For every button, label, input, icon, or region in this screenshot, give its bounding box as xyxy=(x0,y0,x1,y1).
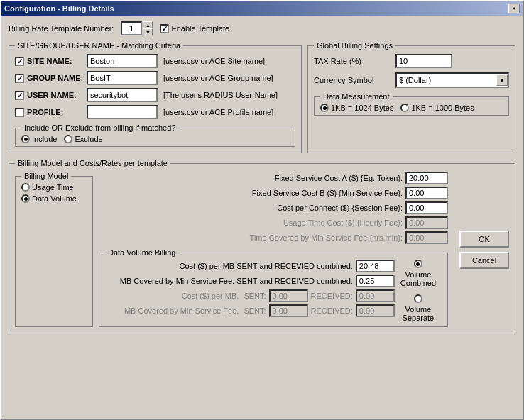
profile-checkbox[interactable] xyxy=(15,108,24,117)
currency-select[interactable]: $ (Dollar) € (Euro) £ (Pound) xyxy=(395,72,509,88)
cost-rates: Fixed Service Cost A ($) {Eg. Token}: 20… xyxy=(99,172,448,327)
volume-separate-radio-item[interactable]: Volume Separate xyxy=(403,294,435,322)
billing-model-fieldset: Billing Model and Costs/Rates per templa… xyxy=(9,159,515,333)
data-volume-billing-legend: Data Volume Billing xyxy=(105,248,178,257)
data-measurement-radio-group: 1KB = 1024 Bytes 1KB = 1000 Bytes xyxy=(320,104,503,112)
group-name-checkbox[interactable] xyxy=(15,74,24,83)
mb-covered2-received-input: 0.00 xyxy=(356,304,395,317)
top-row: Billing Rate Template Number: 1 ▲ ▼ Enab… xyxy=(9,21,515,35)
site-group-fieldset: SITE/GROUP/USER NAME - Matching Criteria… xyxy=(9,41,302,153)
fixed-a-label: Fixed Service Cost A ($) {Eg. Token}: xyxy=(99,174,403,182)
include-exclude-fieldset: Include OR Exclude from billing if match… xyxy=(15,123,295,147)
site-name-input[interactable]: Boston xyxy=(87,54,158,68)
profile-label: PROFILE: xyxy=(27,108,84,116)
cost-per-mb-label: Cost ($) per MB. SENT: xyxy=(105,292,266,300)
fixed-b-row: Fixed Service Cost B ($) {Min Service Fe… xyxy=(99,187,448,199)
currency-select-wrapper: $ (Dollar) € (Euro) £ (Pound) ▼ xyxy=(395,72,509,88)
cost-combined-row: Cost ($) per MB SENT and RECEVIED combin… xyxy=(105,260,395,272)
dv-main-row: Cost ($) per MB SENT and RECEVIED combin… xyxy=(105,260,442,322)
profile-input[interactable] xyxy=(87,105,158,119)
spin-buttons: ▲ ▼ xyxy=(143,21,153,35)
dv-inputs: Cost ($) per MB SENT and RECEVIED combin… xyxy=(105,260,395,322)
volume-combined-radio[interactable] xyxy=(414,260,422,268)
cost-per-mb-sent-input: 0.00 xyxy=(269,289,308,302)
template-number-input[interactable]: 1 xyxy=(121,21,142,35)
close-button[interactable]: × xyxy=(508,4,520,13)
data-volume-radio-item[interactable]: Data Volume xyxy=(21,194,87,203)
cost-per-mb-received-input: 0.00 xyxy=(356,289,395,302)
enable-template-checkbox-row[interactable]: Enable Template xyxy=(160,24,229,33)
include-exclude-radio-group: Include Exclude xyxy=(21,135,289,143)
profile-hint: [users.csv or ACE Profile name] xyxy=(163,108,273,116)
site-name-row: SITE NAME: Boston [users.csv or ACE Site… xyxy=(15,54,295,68)
data-1024-radio-item[interactable]: 1KB = 1024 Bytes xyxy=(320,104,393,112)
currency-label: Currency Symbol xyxy=(314,76,395,84)
data-1000-radio-item[interactable]: 1KB = 1000 Bytes xyxy=(400,104,474,112)
time-covered-input: 0.00 xyxy=(405,231,448,244)
usage-time-label: Usage Time xyxy=(32,183,74,192)
data-measurement-legend: Data Measurement xyxy=(320,92,393,101)
usage-time-cost-input: 0.00 xyxy=(405,216,448,229)
received-label1: RECEIVED: xyxy=(311,292,353,300)
exclude-radio-item[interactable]: Exclude xyxy=(64,135,102,143)
group-name-input[interactable]: BosIT xyxy=(87,71,158,85)
usage-time-radio[interactable] xyxy=(21,183,30,192)
user-name-hint: [The user's RADIUS User-Name] xyxy=(163,91,278,99)
global-billing-fieldset: Global Billing Settings TAX Rate (%) 10 … xyxy=(307,41,515,153)
user-name-input[interactable]: securitybot xyxy=(87,88,158,102)
mb-covered2-sent-input: 0.00 xyxy=(269,304,308,317)
usage-time-cost-label: Usage Time Cost ($) {Hourly Fee}: xyxy=(99,219,403,227)
data-volume-billing-fieldset: Data Volume Billing Cost ($) per MB SENT… xyxy=(99,248,448,327)
exclude-label: Exclude xyxy=(75,135,102,143)
volume-separate-radio[interactable] xyxy=(414,294,422,303)
mb-covered-input[interactable]: 0.25 xyxy=(356,275,395,287)
data-measurement-fieldset: Data Measurement 1KB = 1024 Bytes 1KB = … xyxy=(314,92,509,116)
site-name-checkbox[interactable] xyxy=(15,57,24,66)
exclude-radio[interactable] xyxy=(64,135,72,143)
user-name-label: USER NAME: xyxy=(27,91,84,99)
usage-time-cost-row: Usage Time Cost ($) {Hourly Fee}: 0.00 xyxy=(99,216,448,229)
connect-input[interactable]: 0.00 xyxy=(405,201,448,214)
include-exclude-legend: Include OR Exclude from billing if match… xyxy=(21,123,178,132)
cost-per-mb-row: Cost ($) per MB. SENT: 0.00 RECEIVED: 0.… xyxy=(105,289,395,302)
billing-model-box-legend: Billing Model xyxy=(21,172,71,180)
mb-covered2-label: MB Covered by Min Service Fee. SENT: xyxy=(105,306,266,315)
main-row: SITE/GROUP/USER NAME - Matching Criteria… xyxy=(9,41,515,153)
volume-separate-label: Volume Separate xyxy=(403,305,435,322)
volume-combined-radio-item[interactable]: Volume Combined xyxy=(400,260,436,287)
fixed-b-input[interactable]: 0.00 xyxy=(405,187,448,199)
billing-content: Billing Model Usage Time Data Volume Fix… xyxy=(15,172,509,327)
data-volume-radio[interactable] xyxy=(21,194,30,203)
include-radio-item[interactable]: Include xyxy=(21,135,57,143)
data-1024-radio[interactable] xyxy=(320,104,329,112)
cost-combined-label: Cost ($) per MB SENT and RECEVIED combin… xyxy=(105,262,353,270)
ok-cancel-buttons: OK Cancel xyxy=(459,172,509,327)
spin-up-button[interactable]: ▲ xyxy=(143,21,153,28)
ok-button[interactable]: OK xyxy=(459,231,509,248)
received-label2: RECEIVED: xyxy=(311,306,353,315)
cancel-button[interactable]: Cancel xyxy=(459,252,509,269)
site-group-legend: SITE/GROUP/USER NAME - Matching Criteria xyxy=(15,41,183,50)
include-radio[interactable] xyxy=(21,135,30,143)
enable-template-checkbox[interactable] xyxy=(160,24,169,33)
window-title: Configuration - Billing Details xyxy=(4,4,114,13)
data-1000-radio[interactable] xyxy=(400,104,409,112)
user-name-checkbox[interactable] xyxy=(15,91,24,100)
billing-model-box: Billing Model Usage Time Data Volume xyxy=(15,172,93,327)
cost-combined-input[interactable]: 20.48 xyxy=(356,260,395,272)
tax-input[interactable]: 10 xyxy=(395,54,452,68)
billing-model-legend: Billing Model and Costs/Rates per templa… xyxy=(15,159,170,167)
connect-label: Cost per Connect ($) {Session Fee}: xyxy=(99,204,403,212)
title-bar: Configuration - Billing Details × xyxy=(1,1,523,16)
main-window: Configuration - Billing Details × Billin… xyxy=(0,0,524,420)
data-volume-label: Data Volume xyxy=(32,194,77,203)
template-number-label: Billing Rate Template Number: xyxy=(9,24,114,33)
spin-down-button[interactable]: ▼ xyxy=(143,28,153,35)
global-billing-legend: Global Billing Settings xyxy=(314,41,395,50)
volume-radio-group: Volume Combined Volume Separate xyxy=(400,260,436,322)
spin-control: 1 ▲ ▼ xyxy=(121,21,153,35)
fixed-a-input[interactable]: 20.00 xyxy=(405,172,448,184)
mb-covered2-row: MB Covered by Min Service Fee. SENT: 0.0… xyxy=(105,304,395,317)
usage-time-radio-item[interactable]: Usage Time xyxy=(21,183,87,192)
group-name-label: GROUP NAME: xyxy=(27,74,84,82)
